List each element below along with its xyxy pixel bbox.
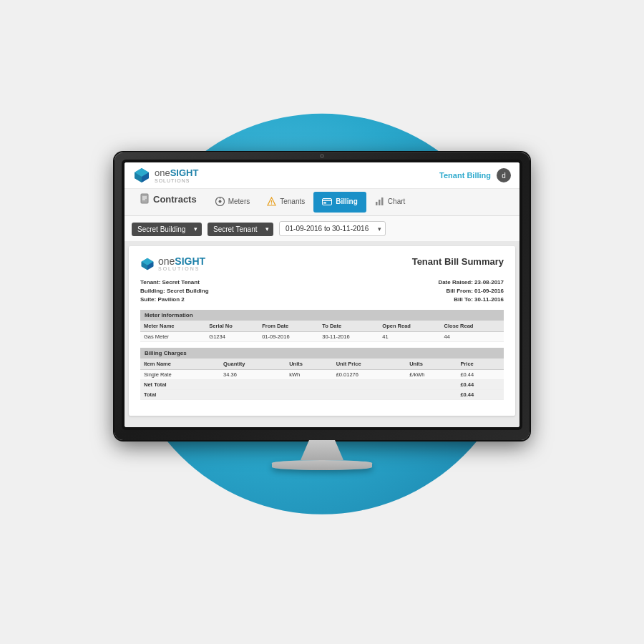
- chart-icon: [375, 197, 384, 206]
- net-total-label: Net Total: [140, 380, 457, 390]
- svg-point-13: [271, 203, 272, 204]
- user-initial: d: [502, 172, 506, 180]
- meter-col-from: From Date: [258, 321, 318, 332]
- building-select-wrapper: Secret Building: [132, 222, 202, 236]
- billing-col-item: Item Name: [140, 358, 220, 370]
- billing-row-item: Single Rate: [140, 370, 220, 380]
- bill-tenant-name: Tenant: Secret Tenant: [140, 278, 209, 287]
- monitor-neck: [301, 440, 343, 460]
- camera-dot: [320, 154, 324, 158]
- meter-row-name: Gas Meter: [140, 332, 205, 342]
- app-header: oneSIGHT SOLUTIONS Tenant Billing d: [125, 162, 519, 189]
- tenant-billing-label: Tenant Billing: [439, 171, 491, 180]
- bill-info-row: Tenant: Secret Tenant Building: Secret B…: [140, 278, 504, 304]
- date-range-select[interactable]: 01-09-2016 to 30-11-2016: [279, 221, 386, 236]
- monitor-base: [272, 460, 372, 470]
- content-area[interactable]: oneSIGHT SOLUTIONS Tenant Bill Summary: [125, 242, 519, 427]
- billing-row-unit-price: £0.01276: [333, 370, 406, 380]
- bill-document: oneSIGHT SOLUTIONS Tenant Bill Summary: [129, 246, 515, 416]
- meter-table-body: Gas Meter G1234 01-09-2016 30-11-2016 41…: [140, 332, 504, 342]
- billing-row-price: £0.44: [457, 370, 504, 380]
- meter-icon: [215, 197, 225, 206]
- net-total-row: Net Total £0.44: [140, 380, 504, 390]
- bill-building: Building: Secret Building: [140, 287, 209, 296]
- tenant-select[interactable]: Secret Tenant: [208, 223, 273, 236]
- screen: oneSIGHT SOLUTIONS Tenant Billing d: [125, 162, 519, 427]
- filter-row: Secret Building Secret Tenant 01-09-2016…: [125, 216, 519, 242]
- table-row: Gas Meter G1234 01-09-2016 30-11-2016 41…: [140, 332, 504, 342]
- bill-logo-cube-icon: [140, 257, 155, 271]
- alert-icon: [267, 197, 276, 206]
- svg-rect-17: [376, 202, 378, 205]
- bill-bill-from: Bill From: 01-09-2016: [438, 287, 504, 296]
- tab-tenants-label: Tenants: [280, 197, 305, 205]
- building-select[interactable]: Secret Building: [132, 223, 202, 236]
- billing-row-units: kWh: [286, 370, 332, 380]
- header-right: Tenant Billing d: [439, 168, 511, 182]
- meter-col-open: Open Read: [379, 321, 440, 332]
- billing-col-qty: Quantity: [220, 358, 286, 370]
- tab-contracts[interactable]: Contracts: [130, 189, 207, 215]
- bill-logo-one: one: [158, 255, 175, 267]
- meter-row-close: 44: [441, 332, 504, 342]
- bill-title: Tenant Bill Summary: [412, 256, 504, 267]
- total-value: £0.44: [457, 390, 504, 400]
- billing-section-label: Billing Charges: [140, 348, 504, 358]
- svg-rect-18: [379, 200, 381, 205]
- tab-billing[interactable]: Billing: [313, 192, 366, 213]
- svg-rect-16: [323, 202, 326, 203]
- tab-meters[interactable]: Meters: [207, 189, 259, 215]
- billing-table-body: Single Rate 34.36 kWh £0.01276 £/kWh £0.…: [140, 370, 504, 400]
- monitor-frame: oneSIGHT SOLUTIONS Tenant Billing d: [114, 152, 530, 440]
- meter-col-to: To Date: [318, 321, 379, 332]
- meter-row-open: 41: [379, 332, 440, 342]
- billing-row-qty: 34.36: [220, 370, 286, 380]
- billing-icon: [322, 198, 332, 205]
- billing-col-units2: Units: [406, 358, 457, 370]
- bill-logo-solutions: SOLUTIONS: [158, 266, 205, 271]
- logo-one: one: [155, 167, 170, 178]
- tab-chart-label: Chart: [388, 197, 405, 205]
- tab-tenants[interactable]: Tenants: [258, 189, 313, 215]
- logo-sight: SIGHT: [170, 167, 199, 178]
- logo-solutions: SOLUTIONS: [155, 178, 198, 183]
- meter-col-close: Close Read: [441, 321, 504, 332]
- billing-table: Item Name Quantity Units Unit Price Unit…: [140, 358, 504, 400]
- total-row: Total £0.44: [140, 390, 504, 400]
- scene: oneSIGHT SOLUTIONS Tenant Billing d: [0, 0, 644, 644]
- svg-rect-14: [323, 198, 332, 205]
- table-row: Single Rate 34.36 kWh £0.01276 £/kWh £0.…: [140, 370, 504, 380]
- tab-chart[interactable]: Chart: [366, 189, 414, 215]
- logo-cube-icon: [133, 167, 150, 184]
- net-total-value: £0.44: [457, 380, 504, 390]
- meter-section-label: Meter Information: [140, 310, 504, 321]
- bill-right-info: Date Raised: 23-08-2017 Bill From: 01-09…: [438, 278, 504, 304]
- bill-left-info: Tenant: Secret Tenant Building: Secret B…: [140, 278, 209, 304]
- billing-table-header: Item Name Quantity Units Unit Price Unit…: [140, 358, 504, 370]
- bill-date-raised: Date Raised: 23-08-2017: [438, 278, 504, 287]
- svg-rect-19: [381, 197, 384, 205]
- meter-col-name: Meter Name: [140, 321, 205, 332]
- logo-text: oneSIGHT SOLUTIONS: [155, 167, 198, 183]
- billing-col-price: Unit Price: [333, 358, 406, 370]
- monitor-bezel: oneSIGHT SOLUTIONS Tenant Billing d: [122, 160, 522, 430]
- date-range-wrapper: 01-09-2016 to 30-11-2016: [279, 221, 386, 236]
- user-avatar[interactable]: d: [497, 168, 511, 182]
- tab-meters-label: Meters: [228, 197, 250, 205]
- bill-logo-sight: SIGHT: [175, 255, 205, 267]
- logo-area: oneSIGHT SOLUTIONS: [133, 167, 198, 184]
- bill-logo-area: oneSIGHT SOLUTIONS: [140, 256, 205, 271]
- monitor-wrapper: oneSIGHT SOLUTIONS Tenant Billing d: [114, 152, 530, 470]
- billing-col-total: Price: [457, 358, 504, 370]
- bill-header-row: oneSIGHT SOLUTIONS Tenant Bill Summary: [140, 256, 504, 271]
- bill-bill-to: Bill To: 30-11-2016: [438, 296, 504, 304]
- meter-col-serial: Serial No: [205, 321, 258, 332]
- bill-suite: Suite: Pavilion 2: [140, 296, 209, 304]
- billing-row-units2: £/kWh: [406, 370, 457, 380]
- meter-table: Meter Name Serial No From Date To Date O…: [140, 321, 504, 342]
- document-icon: [140, 193, 150, 205]
- meter-row-to: 30-11-2016: [318, 332, 379, 342]
- billing-col-units: Units: [286, 358, 332, 370]
- svg-point-9: [218, 200, 221, 203]
- tab-contracts-label: Contracts: [153, 194, 197, 205]
